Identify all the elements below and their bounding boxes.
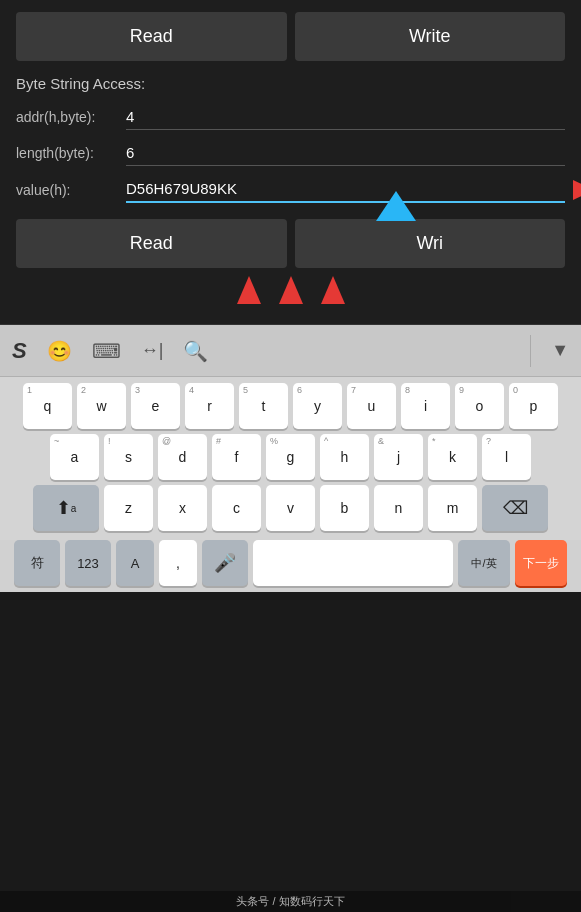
key-e[interactable]: 3e <box>131 383 180 429</box>
key-row-2: ~a !s @d #f %g ^h &j *k ?l <box>4 434 577 480</box>
bottom-write-button[interactable]: Wri <box>295 219 566 268</box>
key-d[interactable]: @d <box>158 434 207 480</box>
key-n[interactable]: n <box>374 485 423 531</box>
key-row-3: ⬆a z x c v b n m ⌫ <box>4 485 577 531</box>
key-num-4: 4 <box>189 385 194 395</box>
value-input[interactable] <box>126 176 565 203</box>
key-sym-hash: # <box>216 436 221 446</box>
key-fu[interactable]: 符 <box>14 540 60 586</box>
blue-tooltip-icon <box>376 191 416 221</box>
key-z[interactable]: z <box>104 485 153 531</box>
key-g[interactable]: %g <box>266 434 315 480</box>
addr-row: addr(h,byte): <box>16 104 565 130</box>
red-arrow-up-3 <box>321 276 345 304</box>
keyboard-section: S 😊 ⌨ ↔| 🔍 ▼ 1q 2w 3e 4r 5t 6y 7u 8i 9o … <box>0 325 581 592</box>
key-v[interactable]: v <box>266 485 315 531</box>
key-comma[interactable]: , <box>159 540 197 586</box>
bottom-key-row: 符 123 A , 🎤 中/英 下一步 <box>0 540 581 592</box>
backspace-key[interactable]: ⌫ <box>482 485 548 531</box>
key-row-1: 1q 2w 3e 4r 5t 6y 7u 8i 9o 0p <box>4 383 577 429</box>
bottom-buttons-row: Read Wri <box>16 219 565 268</box>
key-f[interactable]: #f <box>212 434 261 480</box>
app-section: Read Write Byte String Access: addr(h,by… <box>0 0 581 325</box>
key-num-7: 7 <box>351 385 356 395</box>
keyboard-icon[interactable]: ⌨ <box>92 339 121 363</box>
key-sym-tilde: ~ <box>54 436 59 446</box>
key-w[interactable]: 2w <box>77 383 126 429</box>
key-sym-q: ? <box>486 436 491 446</box>
shift-key[interactable]: ⬆a <box>33 485 99 531</box>
key-a[interactable]: ~a <box>50 434 99 480</box>
length-label: length(byte): <box>16 145 126 161</box>
addr-label: addr(h,byte): <box>16 109 126 125</box>
length-row: length(byte): <box>16 140 565 166</box>
red-arrow-up-1 <box>237 276 261 304</box>
key-A[interactable]: A <box>116 540 154 586</box>
cursor-icon[interactable]: ↔| <box>141 340 164 361</box>
bottom-read-button[interactable]: Read <box>16 219 287 268</box>
key-sym-excl: ! <box>108 436 111 446</box>
key-num-8: 8 <box>405 385 410 395</box>
keyboard-toolbar: S 😊 ⌨ ↔| 🔍 ▼ <box>0 325 581 377</box>
value-label: value(h): <box>16 182 126 198</box>
section-title: Byte String Access: <box>16 75 565 92</box>
key-sym-pct: % <box>270 436 278 446</box>
arrows-container <box>16 276 565 308</box>
key-r[interactable]: 4r <box>185 383 234 429</box>
key-k[interactable]: *k <box>428 434 477 480</box>
key-x[interactable]: x <box>158 485 207 531</box>
microphone-key[interactable]: 🎤 <box>202 540 248 586</box>
red-arrow-up-2 <box>279 276 303 304</box>
key-num-1: 1 <box>27 385 32 395</box>
addr-input[interactable] <box>126 104 565 130</box>
key-num-3: 3 <box>135 385 140 395</box>
key-c[interactable]: c <box>212 485 261 531</box>
key-j[interactable]: &j <box>374 434 423 480</box>
key-num-5: 5 <box>243 385 248 395</box>
watermark: 头条号 / 知数码行天下 <box>0 891 581 912</box>
red-arrow-right-icon <box>573 180 581 200</box>
swype-icon[interactable]: S <box>12 338 27 364</box>
key-p[interactable]: 0p <box>509 383 558 429</box>
key-y[interactable]: 6y <box>293 383 342 429</box>
key-num-0: 0 <box>513 385 518 395</box>
key-i[interactable]: 8i <box>401 383 450 429</box>
key-m[interactable]: m <box>428 485 477 531</box>
emoji-icon[interactable]: 😊 <box>47 339 72 363</box>
search-icon[interactable]: 🔍 <box>183 339 208 363</box>
keyboard-rows: 1q 2w 3e 4r 5t 6y 7u 8i 9o 0p ~a !s @d #… <box>0 377 581 540</box>
key-sym-amp: & <box>378 436 384 446</box>
key-o[interactable]: 9o <box>455 383 504 429</box>
key-num-9: 9 <box>459 385 464 395</box>
spacebar-key[interactable] <box>253 540 453 586</box>
key-num-2: 2 <box>81 385 86 395</box>
key-s[interactable]: !s <box>104 434 153 480</box>
value-row: value(h): <box>16 176 565 203</box>
key-b[interactable]: b <box>320 485 369 531</box>
key-sym-star: * <box>432 436 436 446</box>
key-zh-en[interactable]: 中/英 <box>458 540 510 586</box>
key-h[interactable]: ^h <box>320 434 369 480</box>
length-input[interactable] <box>126 140 565 166</box>
next-step-key[interactable]: 下一步 <box>515 540 567 586</box>
key-num-6: 6 <box>297 385 302 395</box>
top-write-button[interactable]: Write <box>295 12 566 61</box>
key-t[interactable]: 5t <box>239 383 288 429</box>
top-read-button[interactable]: Read <box>16 12 287 61</box>
dropdown-icon[interactable]: ▼ <box>551 340 569 361</box>
toolbar-divider <box>530 335 531 367</box>
key-123[interactable]: 123 <box>65 540 111 586</box>
key-u[interactable]: 7u <box>347 383 396 429</box>
key-q[interactable]: 1q <box>23 383 72 429</box>
top-buttons-row: Read Write <box>16 12 565 61</box>
key-l[interactable]: ?l <box>482 434 531 480</box>
key-sym-at: @ <box>162 436 171 446</box>
key-sym-caret: ^ <box>324 436 328 446</box>
